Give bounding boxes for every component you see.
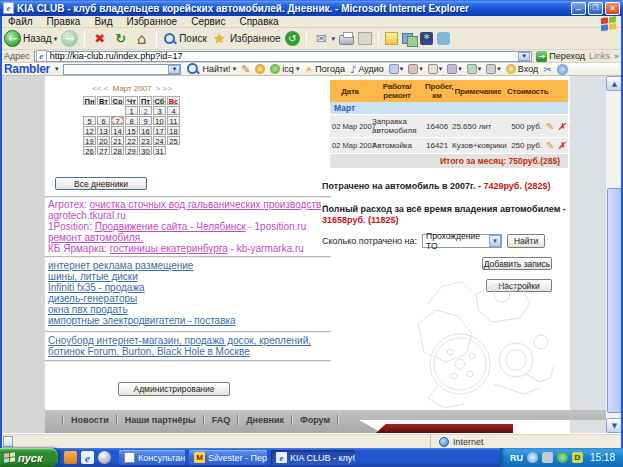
spent-category-select[interactable]: Прохождение ТО <box>422 234 502 248</box>
find-button[interactable]: Найти <box>507 234 545 248</box>
select-dropdown-icon[interactable] <box>489 235 501 247</box>
ad-link[interactable]: интернет реклама размещение <box>48 260 328 271</box>
edit-icon[interactable] <box>546 140 554 151</box>
menu-favorites[interactable]: Избранное <box>126 16 177 27</box>
quicklaunch-agent-icon[interactable] <box>64 451 77 464</box>
calendar-day[interactable]: 26 <box>83 146 96 155</box>
delete-icon[interactable] <box>558 140 566 151</box>
print-button[interactable] <box>339 35 354 45</box>
nav-forum[interactable]: Форум <box>293 415 337 425</box>
links-chevron-icon[interactable] <box>614 52 619 61</box>
rambler-icq-button[interactable]: icq <box>270 64 299 74</box>
admin-button[interactable]: Администрирование <box>118 382 230 396</box>
calendar-day[interactable]: 18 <box>167 126 180 135</box>
icq-button[interactable] <box>420 32 433 45</box>
mail-dropdown-icon[interactable] <box>332 35 336 43</box>
highlight-icon[interactable] <box>241 63 250 76</box>
edit-icon[interactable] <box>546 121 554 132</box>
start-button[interactable]: пуск <box>0 448 58 467</box>
taskbar-task-consultant[interactable]: КонсультантПлюс - ... <box>119 450 185 465</box>
tray-volume-icon[interactable] <box>527 452 538 463</box>
taskbar-task-kiaclub[interactable]: KIA CLUB - клуб вла... <box>271 450 355 465</box>
ad-link[interactable]: Infiniti fx35 - продажа <box>48 282 328 293</box>
calendar-day[interactable]: 8 <box>125 116 138 125</box>
calendar-day[interactable]: 9 <box>139 116 152 125</box>
calendar-day[interactable]: 22 <box>125 136 138 145</box>
calendar-day[interactable]: 14 <box>111 126 124 135</box>
discuss-button[interactable] <box>385 32 398 45</box>
ad-link[interactable]: окна пвх продать <box>48 304 328 315</box>
rambler-find-dropdown-icon[interactable] <box>233 65 237 73</box>
home-button[interactable] <box>133 30 150 47</box>
ad-link[interactable]: Продвижение сайта - Челябинск <box>95 221 246 232</box>
menu-tools[interactable]: Сервис <box>191 16 225 27</box>
rambler-tool-5[interactable] <box>467 64 482 74</box>
messenger-button[interactable] <box>402 33 416 45</box>
delete-icon[interactable] <box>558 121 566 132</box>
quicklaunch-media-icon[interactable] <box>98 451 111 464</box>
taskbar-task-silvester[interactable]: Silvester - Переписка <box>189 450 267 465</box>
rambler-tool-2[interactable] <box>408 64 423 74</box>
calendar-day[interactable]: 5 <box>83 116 96 125</box>
calendar-day[interactable]: 23 <box>139 136 152 145</box>
tray-download-icon[interactable] <box>572 452 583 463</box>
nav-diary[interactable]: Дневник <box>239 415 291 425</box>
calendar-day[interactable]: 15 <box>125 126 138 135</box>
links-toolbar[interactable]: Links <box>589 51 610 61</box>
calendar-day[interactable]: 4 <box>167 106 180 115</box>
back-dropdown-icon[interactable] <box>54 35 58 43</box>
paw-icon[interactable] <box>255 64 265 74</box>
audio-button[interactable]: Аудио <box>350 64 384 75</box>
rambler-smiley-icon[interactable] <box>557 64 568 75</box>
rambler-search-dropdown-icon[interactable] <box>173 65 177 73</box>
rambler-tool-3[interactable] <box>428 64 443 74</box>
login-button[interactable]: Вход <box>506 64 538 74</box>
rambler-search-input[interactable] <box>63 64 181 75</box>
calendar-day[interactable]: 1 <box>125 106 138 115</box>
forward-button[interactable] <box>61 30 78 47</box>
ad-link[interactable]: ремонт автомобиля. <box>48 232 143 243</box>
calendar-day[interactable]: 21 <box>111 136 124 145</box>
tray-antivirus-icon[interactable] <box>557 452 568 463</box>
calendar-day[interactable]: 13 <box>97 126 110 135</box>
ad-link[interactable]: Сноуборд интернет-магазин, продажа досок… <box>48 335 311 357</box>
calendar-day[interactable]: 3 <box>153 106 166 115</box>
ad-link[interactable]: гостиницы екатеринбурга <box>110 243 228 254</box>
back-button[interactable]: Назад <box>4 30 57 47</box>
mail-button[interactable] <box>313 30 336 47</box>
chat-button[interactable] <box>437 32 450 45</box>
edit-page-button[interactable] <box>358 32 372 45</box>
menu-file[interactable]: Файл <box>8 16 33 27</box>
maximize-button[interactable] <box>588 2 603 15</box>
scrollbar-thumb[interactable] <box>607 188 622 413</box>
rambler-find-button[interactable]: Найти! <box>186 62 236 76</box>
ad-link[interactable]: очистка сточных вод гальванических произ… <box>90 199 322 210</box>
address-dropdown-icon[interactable] <box>523 52 527 60</box>
calendar-day[interactable]: 30 <box>139 146 152 155</box>
address-input[interactable]: e http://kia-club.ru/index.php?id=17 <box>34 51 533 62</box>
rambler-logo-dropdown-icon[interactable] <box>55 65 59 73</box>
history-button[interactable] <box>285 31 300 46</box>
calendar-day[interactable]: 6 <box>97 116 110 125</box>
weather-button[interactable]: Погода <box>304 64 345 75</box>
calendar-day[interactable]: 29 <box>125 146 138 155</box>
stop-button[interactable] <box>91 30 108 47</box>
go-button[interactable]: Переход <box>536 51 585 62</box>
calendar-day[interactable]: 25 <box>167 136 180 145</box>
calendar-day[interactable]: 31 <box>153 146 166 155</box>
calendar-prev-link[interactable]: << < <box>92 84 108 93</box>
nav-news[interactable]: Новости <box>64 415 116 425</box>
rambler-tools-icon[interactable] <box>543 64 551 75</box>
ad-link[interactable]: дизель-генераторы <box>48 293 328 304</box>
menu-help[interactable]: Справка <box>239 16 278 27</box>
icq-dropdown-icon[interactable] <box>296 65 300 73</box>
rambler-tool-6[interactable] <box>486 64 501 74</box>
favorites-button[interactable]: Избранное <box>211 30 281 47</box>
calendar-day[interactable]: 16 <box>139 126 152 135</box>
calendar-today[interactable]: 7 <box>111 116 124 125</box>
ad-link[interactable]: шины, литые диски <box>48 271 328 282</box>
calendar-day[interactable]: 17 <box>153 126 166 135</box>
rambler-tool-4[interactable] <box>447 64 462 74</box>
calendar-day[interactable]: 24 <box>153 136 166 145</box>
close-button[interactable] <box>605 2 620 15</box>
